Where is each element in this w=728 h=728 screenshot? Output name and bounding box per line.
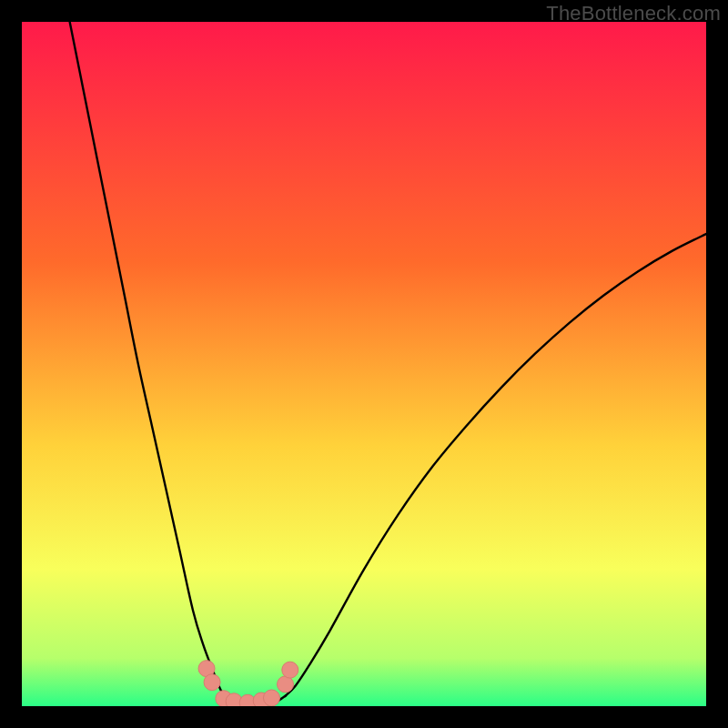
chart-frame: TheBottleneck.com — [0, 0, 728, 728]
plot-svg — [22, 22, 706, 706]
plot-area — [22, 22, 706, 706]
valley-marker — [278, 676, 294, 693]
valley-marker — [204, 674, 220, 691]
gradient-bg — [22, 22, 706, 706]
watermark-text: TheBottleneck.com — [546, 2, 721, 25]
valley-marker — [282, 662, 298, 678]
valley-marker — [263, 690, 279, 706]
